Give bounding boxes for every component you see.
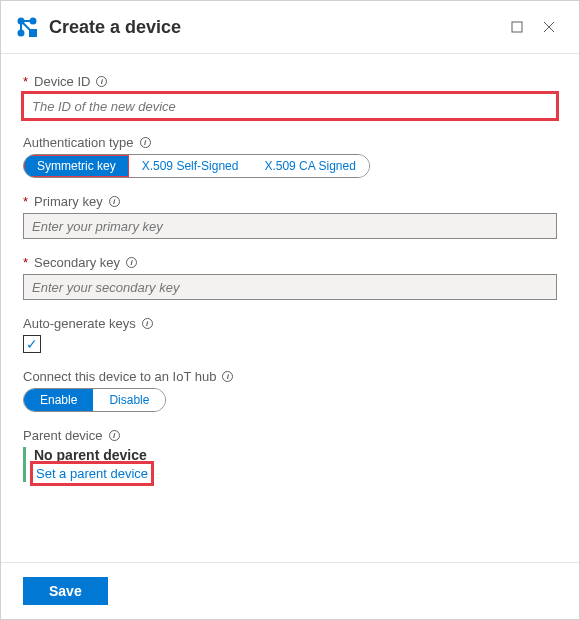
auth-type-label: Authentication type i	[23, 135, 557, 150]
auto-generate-label: Auto-generate keys i	[23, 316, 557, 331]
connect-iothub-field: Connect this device to an IoT hub i Enab…	[23, 369, 557, 412]
device-icon	[15, 15, 39, 39]
panel-content: * Device ID i Authentication type i Symm…	[1, 54, 579, 562]
info-icon[interactable]: i	[142, 318, 153, 329]
checkmark-icon: ✓	[26, 337, 38, 351]
secondary-key-label: * Secondary key i	[23, 255, 557, 270]
auth-type-label-text: Authentication type	[23, 135, 134, 150]
auth-x509-ca-signed[interactable]: X.509 CA Signed	[251, 155, 368, 177]
save-button[interactable]: Save	[23, 577, 108, 605]
info-icon[interactable]: i	[140, 137, 151, 148]
close-button[interactable]	[533, 11, 565, 43]
secondary-key-field: * Secondary key i	[23, 255, 557, 300]
connect-iothub-label: Connect this device to an IoT hub i	[23, 369, 557, 384]
svg-rect-7	[512, 22, 522, 32]
info-icon[interactable]: i	[96, 76, 107, 87]
panel-footer: Save	[1, 562, 579, 619]
auth-type-segmented: Symmetric key X.509 Self-Signed X.509 CA…	[23, 154, 370, 178]
svg-point-0	[19, 19, 24, 24]
primary-key-field: * Primary key i	[23, 194, 557, 239]
info-icon[interactable]: i	[109, 430, 120, 441]
maximize-button[interactable]	[501, 11, 533, 43]
auth-x509-self-signed[interactable]: X.509 Self-Signed	[129, 155, 252, 177]
parent-device-label: Parent device i	[23, 428, 557, 443]
maximize-icon	[511, 21, 523, 33]
auto-generate-field: Auto-generate keys i ✓	[23, 316, 557, 353]
primary-key-label-text: Primary key	[34, 194, 103, 209]
parent-device-label-text: Parent device	[23, 428, 103, 443]
parent-device-field: Parent device i No parent device Set a p…	[23, 428, 557, 482]
svg-line-6	[23, 23, 31, 31]
device-id-label-text: Device ID	[34, 74, 90, 89]
primary-key-label: * Primary key i	[23, 194, 557, 209]
auth-symmetric-key[interactable]: Symmetric key	[24, 155, 129, 177]
device-id-label: * Device ID i	[23, 74, 557, 89]
primary-key-input[interactable]	[23, 213, 557, 239]
secondary-key-input[interactable]	[23, 274, 557, 300]
svg-point-2	[19, 31, 24, 36]
secondary-key-label-text: Secondary key	[34, 255, 120, 270]
connect-iothub-segmented: Enable Disable	[23, 388, 166, 412]
info-icon[interactable]: i	[109, 196, 120, 207]
info-icon[interactable]: i	[126, 257, 137, 268]
set-parent-link[interactable]: Set a parent device	[34, 465, 150, 482]
info-icon[interactable]: i	[222, 371, 233, 382]
required-marker: *	[23, 255, 28, 270]
parent-none-text: No parent device	[34, 447, 557, 463]
auth-type-field: Authentication type i Symmetric key X.50…	[23, 135, 557, 178]
close-icon	[543, 21, 555, 33]
connect-iothub-label-text: Connect this device to an IoT hub	[23, 369, 216, 384]
connect-enable[interactable]: Enable	[24, 389, 93, 411]
connect-disable[interactable]: Disable	[93, 389, 165, 411]
auto-generate-label-text: Auto-generate keys	[23, 316, 136, 331]
panel-header: Create a device	[1, 1, 579, 54]
auto-generate-checkbox[interactable]: ✓	[23, 335, 41, 353]
required-marker: *	[23, 74, 28, 89]
parent-device-block: No parent device Set a parent device	[23, 447, 557, 482]
required-marker: *	[23, 194, 28, 209]
device-id-input[interactable]	[23, 93, 557, 119]
device-id-field: * Device ID i	[23, 74, 557, 119]
panel-title: Create a device	[49, 17, 501, 38]
svg-point-1	[31, 19, 36, 24]
